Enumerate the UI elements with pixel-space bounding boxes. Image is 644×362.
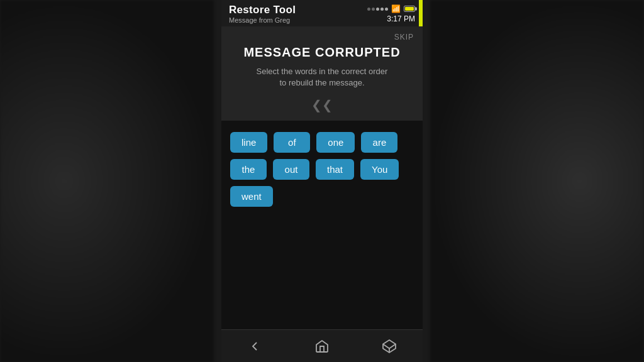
battery-icon <box>404 6 415 12</box>
signal-dot-4 <box>380 8 384 11</box>
message-subtitle: Select the words in the correct orderto … <box>257 66 388 89</box>
app-subtitle: Message from Greg <box>229 16 296 24</box>
phone-container: Restore Tool Message from Greg 📶 3:17 PM <box>221 0 423 362</box>
message-title: MESSAGE CORRUPTED <box>243 45 400 60</box>
signal-dot-1 <box>367 8 370 11</box>
nav-bar <box>221 329 423 362</box>
word-button-that[interactable]: that <box>316 159 354 180</box>
word-button-of[interactable]: of <box>274 132 310 153</box>
word-button-you[interactable]: You <box>360 159 399 180</box>
status-bar-left: Restore Tool Message from Greg <box>229 4 296 24</box>
word-area: line of one are the out that You went <box>221 121 423 329</box>
apps-button[interactable] <box>374 334 405 359</box>
signal-dots <box>367 8 388 11</box>
word-button-line[interactable]: line <box>230 132 267 153</box>
background-right <box>430 0 644 362</box>
back-icon <box>247 339 262 354</box>
word-row-1: line of one are <box>230 132 414 153</box>
word-button-one[interactable]: one <box>316 132 355 153</box>
word-button-went[interactable]: went <box>230 186 273 207</box>
signal-dot-3 <box>376 8 379 11</box>
battery-fill <box>405 7 414 11</box>
home-icon <box>314 339 330 354</box>
app-title: Restore Tool <box>229 4 296 16</box>
word-button-are[interactable]: are <box>361 132 397 153</box>
signal-dot-5 <box>385 8 388 11</box>
status-icons: 📶 <box>367 4 415 13</box>
home-button[interactable] <box>306 334 338 359</box>
word-row-3: went <box>230 186 414 207</box>
wifi-icon: 📶 <box>391 4 401 13</box>
yellow-indicator <box>419 0 423 26</box>
word-button-the[interactable]: the <box>230 159 267 180</box>
chevron-down-icon: ❮❮ <box>311 99 333 111</box>
background-left <box>0 0 214 362</box>
word-button-out[interactable]: out <box>273 159 309 180</box>
skip-button[interactable]: SKIP <box>394 33 414 41</box>
time-display: 3:17 PM <box>387 14 415 23</box>
message-area: SKIP MESSAGE CORRUPTED Select the words … <box>221 26 423 121</box>
status-bar-right: 📶 3:17 PM <box>367 4 415 23</box>
word-row-2: the out that You <box>230 159 414 180</box>
apps-icon <box>382 339 397 354</box>
signal-dot-2 <box>372 8 375 11</box>
status-bar: Restore Tool Message from Greg 📶 3:17 PM <box>221 0 423 26</box>
back-button[interactable] <box>239 334 270 359</box>
